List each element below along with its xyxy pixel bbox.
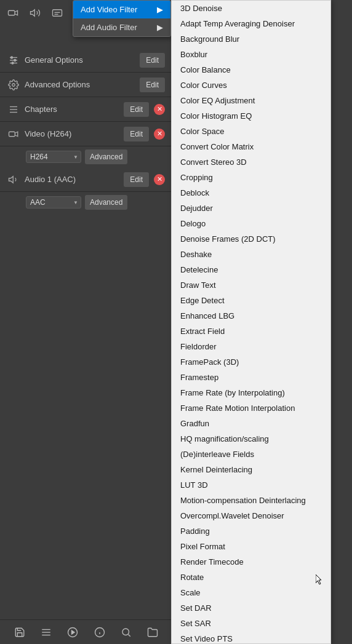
filter-item[interactable]: Color Curves [172, 78, 330, 93]
filter-item[interactable]: Color Histogram EQ [172, 108, 330, 124]
video-camera-icon [6, 6, 20, 20]
svg-point-8 [11, 57, 13, 58]
list-view-icon[interactable] [38, 624, 55, 641]
svg-rect-15 [9, 132, 15, 137]
filter-item[interactable]: Draw Text [172, 277, 330, 293]
add-video-filter-label: Add Video Filter [81, 5, 137, 14]
chapters-icon [7, 103, 20, 116]
filter-item[interactable]: Edge Detect [172, 293, 330, 308]
top-menu-buttons: Add Video Filter ▶ Add Audio Filter ▶ [73, 0, 171, 37]
filter-item[interactable]: Frame Rate Motion Interpolation [172, 400, 330, 416]
filter-item[interactable]: Rotate [172, 570, 330, 585]
add-audio-filter-label: Add Audio Filter [81, 23, 137, 32]
svg-marker-16 [9, 176, 14, 183]
gear-icon [7, 79, 20, 91]
filter-item[interactable]: FramePack (3D) [172, 354, 330, 370]
filter-item[interactable]: Deshake [172, 247, 330, 262]
filter-item[interactable]: Render Timecode [172, 554, 330, 570]
svg-point-11 [12, 83, 15, 86]
filter-item[interactable]: Gradfun [172, 416, 330, 431]
filter-item[interactable]: Set Video PTS [172, 631, 330, 644]
filter-item[interactable]: Adapt Temp Averaging Denoiser [172, 16, 330, 31]
filter-item[interactable]: Delogo [172, 216, 330, 231]
filter-item[interactable]: Set SAR [172, 616, 330, 631]
filter-item[interactable]: Enhanced LBG [172, 308, 330, 324]
filter-list: 3D DenoiseAdapt Temp Averaging DenoiserB… [171, 0, 331, 644]
filter-item[interactable]: Padding [172, 523, 330, 539]
add-video-filter-button[interactable]: Add Video Filter ▶ [73, 1, 170, 18]
add-audio-filter-arrow: ▶ [157, 23, 163, 32]
filter-item[interactable]: Fieldorder [172, 339, 330, 354]
filter-item[interactable]: 3D Denoise [172, 1, 330, 16]
filter-item[interactable]: Frame Rate (by Interpolating) [172, 385, 330, 400]
filter-item[interactable]: (De)interleave Fields [172, 447, 330, 462]
filter-item[interactable]: Kernel Deinterlacing [172, 462, 330, 477]
filter-item[interactable]: Motion-compensation Deinterlacing [172, 493, 330, 508]
svg-rect-0 [9, 10, 15, 15]
save-icon[interactable] [11, 624, 28, 641]
filter-item[interactable]: Pixel Format [172, 539, 330, 554]
filter-item[interactable]: Color Balance [172, 62, 330, 78]
add-audio-filter-button[interactable]: Add Audio Filter ▶ [73, 18, 170, 36]
video-icon [7, 128, 20, 140]
subtitle-icon [50, 6, 64, 20]
svg-point-9 [14, 59, 16, 61]
filter-item[interactable]: Color Space [172, 124, 330, 139]
filter-item[interactable]: LUT 3D [172, 477, 330, 493]
audio-icon [7, 173, 20, 186]
filter-item[interactable]: Convert Stereo 3D [172, 154, 330, 170]
filter-item[interactable]: Detelecine [172, 262, 330, 277]
sliders-icon [7, 54, 20, 66]
filter-item[interactable]: HQ magnification/scaling [172, 431, 330, 447]
add-video-filter-arrow: ▶ [157, 5, 163, 14]
svg-rect-2 [53, 10, 62, 17]
filter-item[interactable]: Deblock [172, 185, 330, 201]
filter-item[interactable]: Background Blur [172, 31, 330, 47]
filter-item[interactable]: Scale [172, 585, 330, 600]
filter-item[interactable]: Boxblur [172, 47, 330, 62]
filter-item[interactable]: Dejudder [172, 201, 330, 216]
volume-icon [28, 6, 42, 20]
filter-item[interactable]: Color EQ Adjustment [172, 93, 330, 108]
filter-item[interactable]: Overcompl.Wavelet Denoiser [172, 508, 330, 523]
dropdown-container: Add Video Filter ▶ Add Audio Filter ▶ 3D… [73, 0, 331, 644]
filter-item[interactable]: Cropping [172, 170, 330, 185]
svg-point-10 [12, 62, 14, 64]
filter-item[interactable]: Extract Field [172, 324, 330, 339]
filter-item[interactable]: Framestep [172, 370, 330, 385]
filter-item[interactable]: Set DAR [172, 600, 330, 616]
filter-item[interactable]: Denoise Frames (2D DCT) [172, 231, 330, 247]
filter-item[interactable]: Convert Color Matrix [172, 139, 330, 154]
svg-marker-1 [31, 10, 35, 17]
